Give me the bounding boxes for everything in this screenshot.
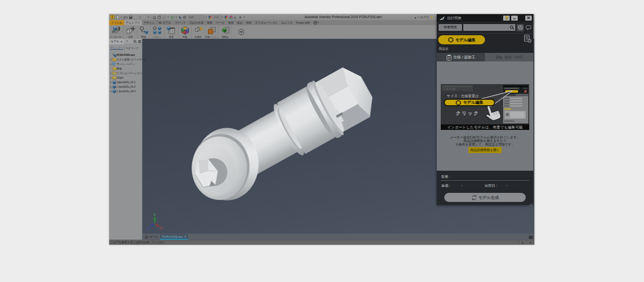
home-view-button[interactable] [152, 15, 156, 19]
tree-item[interactable]: 関係 [109, 66, 142, 70]
spec-sheet-icon[interactable] [524, 34, 531, 45]
ribbon-tab-10[interactable]: 環境 [245, 20, 254, 25]
ribbon-panel-free-move[interactable]: 位置 [124, 25, 137, 39]
search-screen-button[interactable]: 検索画面 [439, 24, 462, 31]
close-icon[interactable]: ✕ [184, 235, 187, 238]
search-icon[interactable] [508, 25, 515, 30]
browser-add-button[interactable]: ＋ [125, 39, 129, 44]
settings-button[interactable] [183, 15, 186, 19]
ribbon-tab-0[interactable]: ファイル [109, 20, 124, 25]
model-edit-button[interactable]: モデル編集 [438, 35, 485, 44]
save-button[interactable] [129, 15, 132, 19]
triad-z-label: Z [147, 227, 149, 230]
feedback-icon[interactable] [525, 25, 531, 31]
undo-dropdown[interactable] [139, 16, 141, 18]
help-search[interactable]: ▸ヘルプと [415, 14, 433, 20]
look-at-button[interactable] [157, 15, 161, 19]
truck-icon [496, 55, 503, 60]
resize-grip[interactable] [528, 200, 532, 204]
update-dropdown[interactable] [175, 16, 177, 18]
ribbon-panel-constrain[interactable]: 関係 [137, 25, 150, 39]
tab-spec[interactable]: 仕様 / 追加工 [437, 53, 485, 61]
tree-item[interactable]: +サード パーティ [109, 61, 142, 66]
ribbon-panel-pattern[interactable]: パターン [150, 25, 165, 39]
appearance-wheel-icon[interactable] [208, 15, 212, 19]
undo-button[interactable] [133, 16, 137, 19]
qat-dropdown-arrow[interactable] [243, 16, 245, 18]
new-file-button[interactable] [116, 15, 119, 19]
history-button[interactable] [517, 24, 524, 31]
parameters-fx-icon[interactable]: fx [233, 15, 237, 19]
add-qat-icon[interactable] [238, 15, 242, 19]
measure-dropdown[interactable] [167, 16, 169, 18]
svg-decor [112, 89, 117, 93]
menu-icon[interactable] [137, 40, 142, 43]
appearance-dropdown-arrow[interactable] [221, 16, 223, 18]
material-dropdown[interactable]: 材料 [188, 15, 205, 19]
inventor-logo-icon[interactable]: I [110, 15, 114, 19]
open-button[interactable] [123, 15, 127, 19]
svg-decor [221, 16, 223, 18]
adjust-icon[interactable] [224, 15, 228, 19]
document-tab-1[interactable]: PCRLP20S.iam✕ [160, 234, 188, 240]
svg-decor [133, 40, 137, 43]
tab-price[interactable]: 価格 / 納期 [485, 53, 533, 61]
tree-item[interactable]: + [○]pcrlp20s_02:2 [109, 84, 142, 89]
ribbon-tab-5[interactable]: 注記を作成 [188, 20, 205, 25]
assembly-link[interactable]: アセンブリ [110, 46, 123, 49]
measure-button[interactable] [162, 15, 166, 19]
tree-item[interactable]: +Origin [109, 75, 142, 80]
ribbon-panel-work-features[interactable]: 作業フィー... [205, 25, 219, 39]
tree-item[interactable]: + [●]pcrlp20s_01:1 [109, 80, 142, 84]
redo-dropdown[interactable] [147, 16, 149, 18]
appearance-dropdown[interactable]: 外観 [213, 15, 222, 19]
search-icon[interactable] [133, 40, 137, 43]
ribbon-tab-6[interactable]: 検査 [205, 20, 214, 25]
open-product-detail-button[interactable]: 商品詳細画面を開く [468, 147, 502, 153]
select-button[interactable] [178, 15, 181, 19]
tree-item[interactable]: +モデル状態: [プライマリ] [109, 57, 142, 61]
close-icon[interactable]: ✕ [120, 40, 123, 43]
ribbon-tab-1[interactable]: アセンブリ [124, 20, 142, 25]
ribbon-panel-place-component[interactable]: コンポーネ... [109, 25, 124, 39]
tree-item[interactable]: +リプレゼンテーション [109, 70, 142, 75]
ribbon-tab-11[interactable]: コラボレーション [254, 20, 280, 25]
browser-tab-model[interactable]: モデル✕ [109, 39, 125, 44]
search-input[interactable] [463, 24, 515, 31]
clear-overrides-icon[interactable] [229, 15, 232, 19]
ribbon-panel-bom[interactable]: 管理 [165, 25, 179, 39]
pin-button[interactable] [503, 16, 510, 21]
ribbon-tab-12[interactable]: エレメカ [279, 20, 294, 25]
refresh-icon [471, 195, 477, 200]
svg-decor [471, 195, 477, 200]
status-cell-0: 3 [518, 240, 526, 245]
ribbon-panel-appearance[interactable]: 外観 [179, 25, 192, 39]
minimize-button[interactable] [511, 16, 518, 21]
close-button[interactable] [525, 16, 532, 21]
generate-model-button[interactable]: モデル生成 [444, 193, 526, 202]
ribbon-tab-8[interactable]: 管理 [226, 20, 235, 25]
tree-item[interactable]: PCRLP20S.iam [109, 52, 142, 57]
modeling-link[interactable]: モデリング [126, 46, 139, 49]
ribbon-tab-9[interactable]: 表示 [235, 20, 245, 25]
ribbon-tab-4[interactable]: スケッチ [173, 20, 188, 25]
new-dropdown[interactable] [120, 16, 122, 18]
ribbon-tab-3[interactable]: 3D モデル [156, 20, 173, 25]
rlabel: コンポーネ... [109, 35, 123, 38]
cad-model[interactable] [186, 59, 377, 205]
tree-item[interactable]: + [○]pcrlp20s_03:3 [109, 89, 142, 93]
ribbon-panel-productivity[interactable]: 生産性 [192, 25, 205, 39]
tab-list-menu-icon[interactable] [529, 236, 534, 240]
tutorial-banner[interactable]: サイズ・仕様変更は モデル編集 クリック インポートしたモデルは、何度でも編集可… [441, 84, 529, 130]
ribbon-panel-simplify[interactable]: 簡略化 [219, 25, 232, 39]
ribbon-tab-7[interactable]: ツール [214, 20, 226, 25]
ribbon-expand-button[interactable] [232, 25, 250, 39]
svg-decor: fx [233, 15, 237, 19]
ribbon-tab-2[interactable]: デザイン [142, 20, 157, 25]
ribbon-help-icon[interactable] [311, 20, 321, 25]
redo-button[interactable] [142, 16, 146, 19]
document-tab-0[interactable]: ホーム [142, 234, 160, 240]
update-button[interactable] [170, 15, 174, 19]
ribbon-tab-13[interactable]: Fusion 360 [294, 20, 311, 25]
material-dropdown-arrow[interactable] [205, 16, 207, 18]
